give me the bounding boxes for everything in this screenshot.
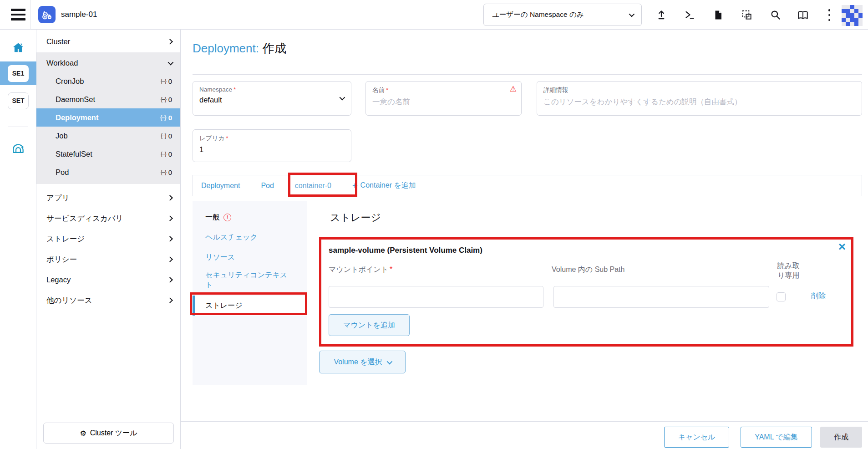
warning-icon: ⚠: [510, 84, 517, 94]
home-button[interactable]: [11, 41, 25, 56]
harvester-button[interactable]: [11, 142, 25, 157]
create-button[interactable]: 作成: [820, 427, 862, 448]
description-label: 詳細情報: [543, 86, 855, 94]
tractor-icon: [41, 9, 53, 20]
sidenav-item-statefulset[interactable]: StatefulSet {–}0: [36, 145, 180, 163]
user-avatar[interactable]: [842, 5, 863, 26]
count-badge-icon: {–}: [161, 169, 166, 175]
cluster-provider-icon[interactable]: [38, 6, 56, 23]
container-subnav: 一般 ! ヘルスチェック リソース セキュリティコンテキスト ストレージ: [193, 201, 307, 385]
kebab-menu-icon[interactable]: [825, 9, 834, 21]
sidenav-item-storage[interactable]: ストレージ: [36, 229, 180, 249]
upload-icon: [655, 9, 667, 21]
sidenav-item-apps[interactable]: アプリ: [36, 188, 180, 208]
sidenav-item-service-discovery[interactable]: サービスディスカバリ: [36, 208, 180, 229]
count-badge-icon: {–}: [160, 114, 166, 121]
sidenav-item-deployment[interactable]: Deployment {–}0: [36, 108, 180, 127]
cluster-name: sample-01: [61, 10, 97, 19]
count-badge-icon: {–}: [161, 78, 166, 84]
tab-deployment[interactable]: Deployment: [201, 182, 240, 190]
replicas-field[interactable]: レプリカ* 1: [193, 129, 351, 162]
add-mount-button[interactable]: マウントを追加: [329, 314, 410, 336]
read-only-checkbox[interactable]: [777, 292, 786, 301]
count-badge-icon: {–}: [161, 151, 166, 157]
resource-count: {–}0: [161, 77, 172, 85]
subnav-item-security-context[interactable]: セキュリティコンテキスト: [193, 267, 307, 296]
identicon: [842, 5, 863, 26]
required-mark: *: [390, 265, 392, 273]
search-icon: [770, 9, 782, 21]
chevron-right-icon: [167, 215, 173, 221]
required-mark: *: [233, 86, 236, 93]
resource-count: {–}0: [161, 150, 172, 158]
resource-count: {–}0: [161, 132, 172, 140]
docs-button[interactable]: [796, 8, 810, 22]
gear-icon: ⚙: [80, 429, 86, 438]
chevron-right-icon: [167, 195, 173, 201]
file-button[interactable]: [711, 8, 726, 22]
sidenav-item-pod[interactable]: Pod {–}0: [36, 163, 180, 181]
count-badge-icon: {–}: [161, 133, 166, 139]
title-divider: [193, 74, 862, 75]
cluster-rail: SE1 SET: [0, 30, 36, 449]
description-field[interactable]: 詳細情報 このリソースをわかりやすくするための説明（自由書式）: [537, 81, 862, 116]
sidenav-item-more-resources[interactable]: 他のリソース: [36, 290, 180, 311]
sidenav-item-job[interactable]: Job {–}0: [36, 127, 180, 145]
add-container-button[interactable]: + Container を追加: [352, 181, 416, 190]
read-only-label: 読み取り専用: [777, 261, 804, 281]
rail-cluster-set[interactable]: SET: [0, 89, 36, 112]
count-badge-icon: {–}: [161, 96, 166, 102]
chevron-right-icon: [167, 297, 173, 303]
import-yaml-button[interactable]: [654, 8, 669, 22]
page-title: Deployment:作成: [193, 41, 286, 56]
menu-icon[interactable]: [11, 9, 25, 21]
sub-path-input[interactable]: [553, 286, 769, 308]
terminal-icon: [684, 9, 695, 21]
subnav-item-resources[interactable]: リソース: [193, 247, 307, 267]
namespace-select[interactable]: Namespace* default: [193, 81, 351, 116]
name-field[interactable]: 名前* 一意の名前 ⚠: [365, 81, 522, 116]
edit-yaml-button[interactable]: YAML で編集: [741, 427, 812, 448]
container-tab-body: 一般 ! ヘルスチェック リソース セキュリティコンテキスト ストレージ ストレ…: [193, 201, 862, 385]
header-divider: [30, 0, 30, 30]
namespace-filter-value: ユーザーの Namespace のみ: [492, 10, 629, 20]
sidenav-item-legacy[interactable]: Legacy: [36, 270, 180, 290]
tab-container-0[interactable]: container-0: [295, 182, 331, 190]
close-icon[interactable]: ×: [838, 240, 846, 253]
storage-heading: ストレージ: [330, 211, 381, 224]
required-mark: *: [386, 87, 388, 93]
subnav-item-storage[interactable]: ストレージ: [193, 296, 307, 316]
copy-resource-button[interactable]: [740, 8, 754, 22]
name-placeholder: 一意の名前: [372, 97, 515, 107]
cluster-tools-button[interactable]: ⚙ Cluster ツール: [43, 423, 174, 444]
sidenav-item-cronjob[interactable]: CronJob {–}0: [36, 72, 180, 90]
namespace-filter-select[interactable]: ユーザーの Namespace のみ: [483, 4, 642, 26]
cancel-button[interactable]: キャンセル: [664, 427, 729, 448]
sidenav-item-cluster[interactable]: Cluster: [36, 32, 180, 51]
sidenav-item-policy[interactable]: ポリシー: [36, 249, 180, 270]
select-volume-button[interactable]: Volume を選択: [319, 351, 406, 373]
tab-pod[interactable]: Pod: [261, 182, 274, 190]
search-button[interactable]: [768, 8, 783, 22]
error-icon: !: [223, 214, 231, 221]
plus-icon: +: [352, 181, 358, 190]
mount-point-input[interactable]: [329, 286, 543, 308]
rail-divider: [8, 127, 28, 127]
top-header: sample-01 ユーザーの Namespace のみ: [0, 0, 868, 30]
cluster-badge-se1: SE1: [8, 65, 29, 82]
home-icon: [11, 41, 25, 54]
remove-mount-link[interactable]: 削除: [811, 291, 826, 301]
required-mark: *: [226, 135, 228, 142]
chevron-down-icon: [629, 11, 635, 17]
cluster-badge-set: SET: [8, 92, 29, 109]
sidenav-item-workload[interactable]: Workload: [36, 54, 180, 72]
subnav-item-general[interactable]: 一般 !: [193, 207, 307, 227]
sidenav-item-daemonset[interactable]: DaemonSet {–}0: [36, 90, 180, 108]
chevron-right-icon: [167, 256, 173, 262]
resource-count: {–}0: [161, 96, 172, 103]
kubectl-shell-button[interactable]: [682, 8, 697, 22]
workload-group: Workload CronJob {–}0 DaemonSet {–}0 Dep…: [36, 52, 180, 184]
rail-cluster-se1[interactable]: SE1: [0, 61, 36, 85]
subnav-item-health-check[interactable]: ヘルスチェック: [193, 227, 307, 247]
volume-panel: sample-volume (Persistent Volume Claim) …: [319, 237, 853, 347]
